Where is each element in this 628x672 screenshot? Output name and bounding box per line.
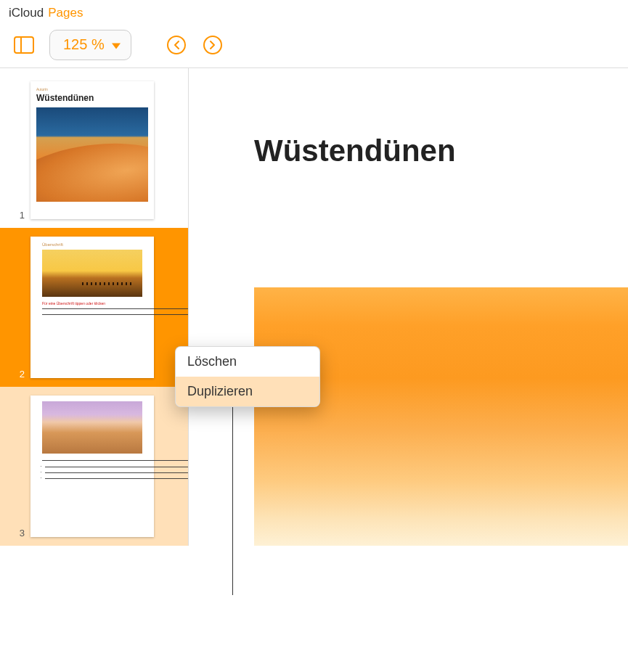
undo-icon: [166, 35, 187, 55]
document-canvas[interactable]: Wüstendünen: [189, 68, 628, 546]
thumbnail-subheading: Überschrift: [42, 242, 142, 247]
document-title[interactable]: Wüstendünen: [254, 134, 628, 168]
thumbnail-preview: ▬▬▬▬▬▬▬▬▬▬▬▬▬▬▬▬▬▬▬▬▬▬▬▬▬▬▬▬▬▬▬▬▬▬▬▬▬▬▬▬…: [30, 396, 154, 537]
thumbnail-image-pink-desert: [42, 401, 142, 454]
svg-point-3: [204, 36, 221, 54]
document-hero-image[interactable]: [254, 287, 628, 546]
redo-icon: [203, 35, 223, 55]
thumbnail-page-2[interactable]: 2 Überschrift Für eine Überschrift tippe…: [0, 228, 188, 387]
sidebar-icon: [14, 36, 34, 54]
thumbnail-preview: Autorin Wüstendünen: [30, 81, 154, 219]
app-header: iCloud Pages: [0, 0, 628, 22]
zoom-value: 125 %: [63, 36, 105, 53]
svg-point-2: [168, 36, 185, 54]
thumbnail-image-dune: [36, 107, 148, 202]
main-area: 1 Autorin Wüstendünen 2 Überschrift Für …: [0, 68, 628, 546]
context-menu-duplicate[interactable]: Duplizieren: [176, 377, 319, 406]
thumbnail-bullets: ▬▬▬▬▬▬▬▬▬▬▬▬▬▬▬▬▬▬▬▬▬▬▬▬▬▬▬▬▬▬▬▬▬▬▬▬▬▬▬▬…: [42, 465, 142, 483]
redo-button[interactable]: [200, 32, 226, 58]
thumbnail-title: Wüstendünen: [36, 93, 148, 103]
document-page: Wüstendünen: [189, 68, 628, 168]
context-menu-delete[interactable]: Löschen: [176, 347, 319, 377]
thumbnail-body-text: ▬▬▬▬▬▬▬▬▬▬▬▬▬▬▬▬▬▬▬▬▬▬▬▬▬▬▬▬▬▬▬▬▬▬▬▬▬▬▬▬…: [42, 308, 142, 311]
thumbnail-number: 2: [16, 369, 25, 380]
thumbnail-preview: Überschrift Für eine Überschrift tippen …: [30, 237, 154, 378]
thumbnail-body-text: ▬▬▬▬▬▬▬▬▬▬▬▬▬▬▬▬▬▬▬▬▬▬▬▬▬▬▬▬▬▬▬▬▬▬▬▬▬▬▬▬…: [42, 459, 142, 462]
thumbnail-page-3[interactable]: 3 ▬▬▬▬▬▬▬▬▬▬▬▬▬▬▬▬▬▬▬▬▬▬▬▬▬▬▬▬▬▬▬▬▬▬▬▬▬▬…: [0, 387, 188, 546]
thumbnail-number: 1: [16, 210, 25, 221]
view-options-button[interactable]: [9, 30, 39, 60]
context-menu: Löschen Duplizieren: [175, 346, 320, 407]
thumbnail-subtitle: Für eine Überschrift tippen oder klicken: [42, 301, 142, 306]
icloud-label: iCloud: [9, 6, 44, 20]
undo-button[interactable]: [163, 32, 189, 58]
thumbnail-pretitle: Autorin: [36, 87, 148, 91]
thumbnail-number: 3: [16, 528, 25, 538]
thumbnail-body-text: ▬▬▬▬▬▬▬▬▬▬▬▬▬▬▬▬▬▬▬▬▬▬▬▬▬▬▬▬▬▬▬▬▬▬▬▬▬▬▬▬…: [42, 314, 142, 316]
pages-label: Pages: [48, 6, 83, 20]
thumbnail-image-sunset: [42, 250, 142, 297]
page-thumbnails-panel: 1 Autorin Wüstendünen 2 Überschrift Für …: [0, 68, 189, 546]
thumbnail-page-1[interactable]: 1 Autorin Wüstendünen: [0, 73, 188, 228]
svg-rect-0: [15, 37, 33, 53]
zoom-dropdown[interactable]: 125 %: [49, 30, 131, 60]
callout-line: [232, 406, 233, 595]
toolbar: 125 %: [0, 22, 628, 68]
